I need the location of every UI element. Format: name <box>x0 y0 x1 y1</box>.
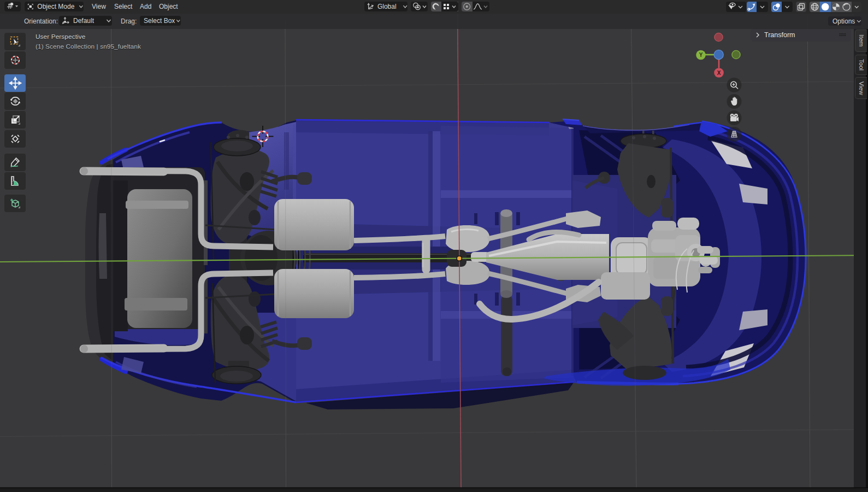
svg-text:X: X <box>717 70 721 76</box>
svg-text:Y: Y <box>699 52 703 58</box>
